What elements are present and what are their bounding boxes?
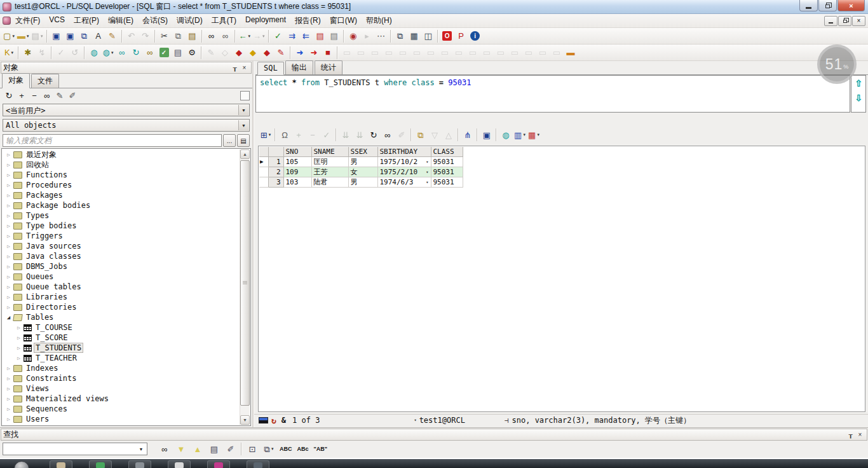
menu-help[interactable]: 帮助(H) — [362, 14, 397, 27]
mdi-minimize-button[interactable] — [824, 16, 837, 26]
column-header-class[interactable]: CLASS — [431, 147, 463, 156]
sql-editor[interactable]: select * from T_STUDENTS t where class =… — [255, 75, 850, 113]
tree-expander-icon[interactable]: ◢ — [5, 314, 12, 320]
chevron-down-icon[interactable]: ▾ — [27, 34, 29, 39]
menu-edit[interactable]: 编辑(E) — [104, 14, 138, 27]
execute-script-button[interactable]: ➜ — [308, 46, 320, 60]
save-as-button[interactable]: ▣ — [64, 29, 77, 43]
objects-corner-box[interactable] — [240, 91, 250, 100]
cascade-windows-button[interactable]: ⧉ — [394, 29, 407, 43]
chevron-down-icon[interactable]: ▾ — [41, 34, 43, 39]
tree-expander-icon[interactable]: ▷ — [15, 335, 22, 341]
open-button[interactable]: ▬▾ — [17, 29, 30, 43]
next-statement-icon[interactable]: ⇩ — [855, 93, 862, 102]
tree-item-functions[interactable]: ▷Functions — [3, 170, 240, 180]
find-object-button[interactable]: ∞ — [41, 90, 53, 101]
row-number[interactable]: 3 — [268, 177, 283, 187]
tree-scrollbar[interactable]: ▲ ▼ — [240, 149, 250, 425]
grid-cell[interactable]: 男 — [348, 177, 377, 187]
whole-words-button[interactable]: ABC — [279, 442, 293, 456]
tree-item-t-score[interactable]: ▷T_SCORE — [3, 333, 240, 343]
copy-results-button[interactable]: ⧉ — [414, 128, 427, 142]
connection-indicator[interactable]: ▾ test1@ORCL — [414, 416, 465, 425]
tree-item-types[interactable]: ▷Types — [3, 210, 240, 221]
tree-item-indexes[interactable]: ▷Indexes — [3, 363, 240, 373]
chevron-down-icon[interactable]: ▾ — [271, 446, 274, 451]
chevron-down-icon[interactable]: ▼ — [136, 444, 146, 454]
tree-expander-icon[interactable]: ▷ — [5, 396, 12, 402]
tree-expander-icon[interactable]: ▷ — [15, 355, 22, 361]
grid-cell[interactable]: 103 — [283, 177, 311, 187]
menu-debug[interactable]: 调试(D) — [172, 14, 207, 27]
tree-item-materialized-views[interactable]: ▷Materialized views — [3, 394, 240, 404]
tree-item-java-classes[interactable]: ▷Java classes — [3, 251, 240, 261]
column-header-ssex[interactable]: SSEX — [348, 147, 377, 156]
tab-statistics[interactable]: 统计 — [315, 60, 342, 74]
find-next-button[interactable]: ∞ — [219, 29, 232, 43]
date-dropdown-icon[interactable]: ▾ — [426, 170, 428, 175]
auto-refresh-icon[interactable]: ↻ — [271, 416, 276, 425]
tree-item-t-course[interactable]: ▷T_COURSE — [3, 322, 240, 333]
close-panel-icon[interactable]: × — [240, 64, 249, 72]
chevron-down-icon[interactable]: ▼ — [238, 120, 248, 130]
single-record-view-button[interactable]: ⋔ — [461, 128, 474, 142]
chevron-down-icon[interactable]: ▼ — [238, 105, 248, 115]
lock-button[interactable]: Ω — [278, 128, 291, 142]
tree-expander-icon[interactable]: ▷ — [5, 294, 12, 300]
compile-button[interactable]: ✱ — [22, 46, 34, 60]
todo-list-button[interactable]: ✓ — [158, 46, 170, 60]
grid-cell[interactable]: 王芳 — [311, 167, 348, 177]
tree-item-users[interactable]: ▷Users — [3, 414, 240, 424]
start-button[interactable] — [14, 461, 29, 468]
mdi-restore-button[interactable] — [838, 16, 851, 26]
row-number[interactable]: 2 — [268, 167, 283, 177]
tree-expander-icon[interactable]: ▷ — [5, 274, 12, 280]
chevron-down-icon[interactable]: ▾ — [269, 132, 271, 137]
tree-item-recent-objects[interactable]: ▷最近对象 — [3, 149, 240, 160]
tree-expander-icon[interactable]: ▷ — [5, 376, 12, 382]
menu-project[interactable]: 工程(P) — [69, 14, 104, 27]
macro-library-button[interactable]: ⋯ — [375, 29, 388, 43]
grid-cell[interactable]: 匡明 — [311, 156, 348, 167]
tree-item-packages[interactable]: ▷Packages — [3, 190, 240, 200]
find-results-button[interactable]: ∞ — [381, 128, 394, 142]
record-macro-button[interactable]: ◉ — [347, 29, 360, 43]
tree-expander-icon[interactable]: ▷ — [5, 233, 12, 239]
tree-expander-icon[interactable]: ▷ — [5, 152, 12, 158]
page-setup-button[interactable]: ✎ — [106, 29, 119, 43]
tree-expander-icon[interactable]: ▷ — [5, 366, 12, 371]
tree-item-queues[interactable]: ▷Queues — [3, 272, 240, 282]
tree-expander-icon[interactable]: ▷ — [5, 416, 12, 422]
oracle-home-button[interactable]: O — [441, 29, 454, 43]
tree-expander-icon[interactable]: ▷ — [5, 284, 12, 290]
save-results-button[interactable]: ▣ — [480, 128, 493, 142]
taskbar-app-2[interactable] — [89, 460, 112, 468]
column-header-sbirthday[interactable]: SBIRTHDAY — [377, 147, 431, 156]
tree-item-triggers[interactable]: ▷Triggers — [3, 231, 240, 241]
print-text-button[interactable]: A — [92, 29, 105, 43]
object-browser-button[interactable]: ∞ — [144, 46, 156, 60]
tree-expander-icon[interactable]: ▷ — [5, 203, 12, 209]
export-results-button[interactable]: ◍ — [499, 128, 512, 142]
refresh-objects-button[interactable]: ↻ — [3, 90, 15, 101]
tree-expander-icon[interactable]: ▷ — [5, 305, 12, 310]
grid-cell[interactable]: 95031 — [431, 156, 463, 167]
search-input[interactable] — [3, 134, 222, 147]
grid-cell[interactable]: 95031 — [431, 177, 463, 187]
tree-expander-icon[interactable]: ▷ — [5, 182, 12, 188]
tree-item-java-sources[interactable]: ▷Java sources — [3, 241, 240, 251]
tree-item-tables[interactable]: ◢Tables — [3, 312, 240, 322]
tab-sql[interactable]: SQL — [257, 62, 284, 75]
grid-cell[interactable]: 女 — [348, 167, 377, 177]
grid-cell[interactable]: 1974/6/3▾ — [377, 177, 431, 187]
sql-window-list-button[interactable]: ◍▾ — [102, 46, 114, 60]
tab-output[interactable]: 输出 — [285, 60, 313, 74]
back-button[interactable]: ←▾ — [238, 29, 252, 43]
tree-expander-icon[interactable]: ▷ — [5, 406, 12, 412]
pin-icon[interactable]: ┰ — [846, 430, 855, 439]
menu-deployment[interactable]: Deployment — [241, 14, 290, 27]
close-panel-icon[interactable]: × — [855, 430, 865, 439]
tile-windows-button[interactable]: ▦ — [408, 29, 421, 43]
find-input[interactable]: ▼ — [3, 443, 147, 455]
paste-button[interactable]: ▤ — [186, 29, 199, 43]
